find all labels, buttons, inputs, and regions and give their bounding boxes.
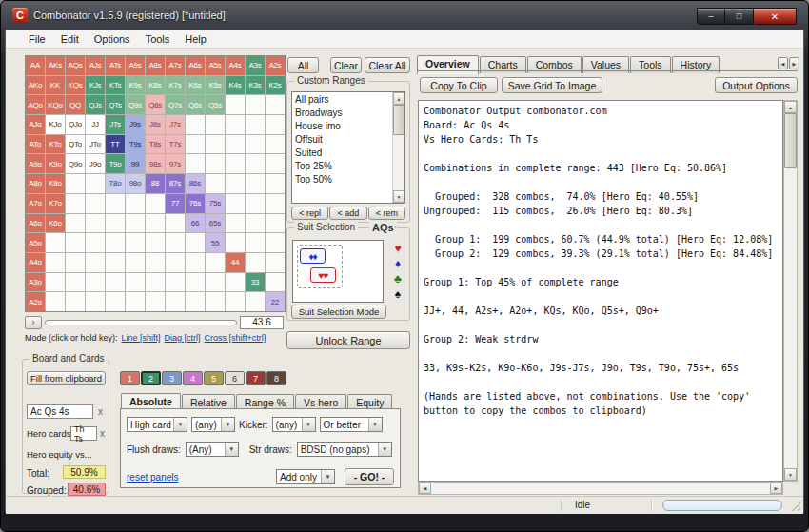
grid-cell-empty[interactable] [186, 115, 205, 134]
grid-cell-a7s[interactable]: A7s [166, 56, 185, 75]
grid-cell-j9s[interactable]: J9s [126, 115, 145, 134]
grid-cell-empty[interactable] [226, 174, 245, 193]
grid-cell-j8s[interactable]: J8s [146, 115, 165, 134]
grid-cell-q6s[interactable]: Q6s [186, 95, 205, 114]
grid-cell-empty[interactable] [226, 292, 245, 311]
grid-cell-empty[interactable] [146, 292, 165, 311]
scrollbar-track[interactable] [393, 135, 404, 190]
grid-cell-empty[interactable] [106, 214, 125, 233]
hand-type-dropdown[interactable]: High card [127, 417, 187, 432]
grid-cell-66[interactable]: 66 [186, 214, 205, 233]
grid-cell-q9s[interactable]: Q9s [126, 95, 145, 114]
grid-cell-empty[interactable] [246, 95, 265, 114]
grid-cell-empty[interactable] [146, 233, 165, 252]
chevron-down-icon[interactable] [221, 418, 234, 431]
grid-cell-empty[interactable] [226, 273, 245, 292]
grid-cell-empty[interactable] [46, 253, 65, 272]
grid-cell-a9s[interactable]: A9s [126, 56, 145, 75]
grid-cell-q8s[interactable]: Q8s [146, 95, 165, 114]
grid-cell-a2o[interactable]: A2o [26, 292, 45, 311]
grid-cell-kk[interactable]: KK [46, 76, 65, 95]
grid-cell-75s[interactable]: 75s [206, 194, 225, 213]
grid-cell-t8o[interactable]: T8o [106, 174, 125, 193]
grid-cell-j9o[interactable]: J9o [86, 154, 105, 173]
grid-cell-k6s[interactable]: K6s [186, 76, 205, 95]
output-tab-overview[interactable]: Overview [417, 55, 479, 74]
scroll-down-icon[interactable] [393, 190, 404, 203]
grid-cell-empty[interactable] [186, 253, 205, 272]
grid-cell-empty[interactable] [86, 273, 105, 292]
unlock-range-button[interactable]: Unlock Range [286, 331, 410, 349]
grid-cell-empty[interactable] [86, 292, 105, 311]
scrollbar-thumb[interactable] [393, 105, 404, 135]
custom-range-item-offsuit[interactable]: Offsuit [292, 133, 392, 147]
chevron-down-icon[interactable] [225, 443, 238, 456]
grid-cell-76s[interactable]: 76s [186, 194, 205, 213]
chevron-down-icon[interactable] [302, 418, 315, 431]
grid-cell-a7o[interactable]: A7o [26, 194, 45, 213]
grid-cell-a5o[interactable]: A5o [26, 233, 45, 252]
grid-cell-q5s[interactable]: Q5s [206, 95, 225, 114]
scrollbar-track[interactable] [431, 483, 770, 494]
grid-cell-empty[interactable] [266, 214, 285, 233]
grid-cell-tt[interactable]: TT [106, 135, 125, 154]
grid-cell-empty[interactable] [186, 233, 205, 252]
grid-cell-empty[interactable] [226, 95, 245, 114]
grid-cell-55[interactable]: 55 [206, 233, 225, 252]
grid-cell-qq[interactable]: QQ [66, 95, 85, 114]
color-tag-1[interactable]: 1 [120, 371, 140, 385]
grid-cell-ajs[interactable]: AJs [86, 56, 105, 75]
hand-rank-dropdown[interactable]: (any) [191, 417, 235, 432]
range-add-button[interactable]: < add [329, 207, 366, 220]
grid-cell-kjo[interactable]: KJo [46, 115, 65, 134]
suit-pair-chip-1[interactable]: ♥♥ [310, 267, 336, 283]
grid-cell-empty[interactable] [146, 273, 165, 292]
grid-cell-t7s[interactable]: T7s [166, 135, 185, 154]
grid-cell-empty[interactable] [246, 115, 265, 134]
grid-cell-jts[interactable]: JTs [106, 115, 125, 134]
scroll-up-icon[interactable] [393, 92, 404, 105]
grid-cell-j7s[interactable]: J7s [166, 115, 185, 134]
grid-cell-empty[interactable] [106, 233, 125, 252]
grid-cell-k2s[interactable]: K2s [266, 76, 285, 95]
grid-cell-empty[interactable] [266, 174, 285, 193]
grid-cell-empty[interactable] [66, 273, 85, 292]
grid-cell-empty[interactable] [186, 292, 205, 311]
clear-button[interactable]: Clear [330, 57, 362, 73]
maximize-button[interactable]: □ [725, 8, 754, 25]
tab-scroll-left-icon[interactable]: ◀ [778, 57, 788, 69]
copy-to-clip-button[interactable]: Copy To Clip [420, 77, 498, 93]
grid-cell-empty[interactable] [206, 292, 225, 311]
color-tag-3[interactable]: 3 [162, 371, 182, 385]
grid-cell-q9o[interactable]: Q9o [66, 154, 85, 173]
grid-cell-86s[interactable]: 86s [186, 174, 205, 193]
output-options-button[interactable]: Output Options [715, 77, 798, 93]
reset-panels-link[interactable]: reset panels [127, 472, 178, 483]
grid-cell-empty[interactable] [106, 292, 125, 311]
grid-cell-aks[interactable]: AKs [46, 56, 65, 75]
grid-cell-empty[interactable] [246, 214, 265, 233]
grid-cell-a8o[interactable]: A8o [26, 174, 45, 193]
grid-cell-aqs[interactable]: AQs [66, 56, 85, 75]
grid-cell-a2s[interactable]: A2s [266, 56, 285, 75]
grid-cell-empty[interactable] [186, 135, 205, 154]
grid-cell-a4s[interactable]: A4s [226, 56, 245, 75]
grid-cell-kts[interactable]: KTs [106, 76, 125, 95]
grid-cell-88[interactable]: 88 [146, 174, 165, 193]
grid-cell-k7s[interactable]: K7s [166, 76, 185, 95]
custom-range-item-all-pairs[interactable]: All pairs [292, 93, 392, 107]
save-grid-to-image-button[interactable]: Save Grid To Image [502, 77, 602, 93]
kicker-dropdown[interactable]: (any) [272, 417, 316, 432]
grid-cell-empty[interactable] [166, 253, 185, 272]
grid-cell-k7o[interactable]: K7o [46, 194, 65, 213]
grid-cell-empty[interactable] [246, 154, 265, 173]
grid-cell-t9o[interactable]: T9o [106, 154, 125, 173]
grid-cell-empty[interactable] [246, 174, 265, 193]
grid-cell-kto[interactable]: KTo [46, 135, 65, 154]
grid-cell-empty[interactable] [66, 253, 85, 272]
slider-handle[interactable] [25, 316, 42, 329]
grid-cell-empty[interactable] [166, 292, 185, 311]
grid-cell-k8o[interactable]: K8o [46, 174, 65, 193]
range-replace-button[interactable]: < repl [291, 207, 328, 220]
board-clear-button[interactable]: x [98, 406, 103, 417]
